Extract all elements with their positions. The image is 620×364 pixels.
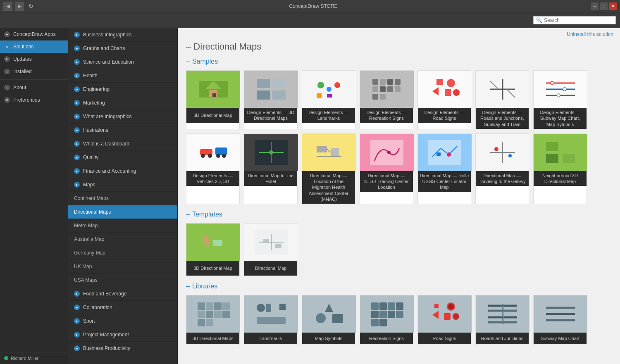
submenu-sub-continent[interactable]: Continent Maps bbox=[68, 192, 177, 205]
refresh-button[interactable]: ↻ bbox=[26, 2, 36, 11]
svg-rect-96 bbox=[388, 302, 395, 310]
submenu-item-science[interactable]: ► Science and Education bbox=[68, 55, 177, 69]
svg-rect-12 bbox=[327, 94, 332, 98]
sidebar-label-solutions: Solutions bbox=[13, 44, 33, 50]
submenu-sub-uk[interactable]: UK Map bbox=[68, 260, 177, 274]
search-box[interactable]: 🔍 bbox=[533, 16, 616, 24]
svg-marker-25 bbox=[432, 87, 439, 95]
sidebar-item-solutions[interactable]: ● Solutions bbox=[0, 40, 68, 53]
minimize-button[interactable]: – bbox=[591, 2, 599, 10]
close-button[interactable]: ✕ bbox=[609, 2, 617, 10]
sidebar-item-updates[interactable]: ↻ Updates bbox=[0, 53, 68, 65]
submenu-item-maps[interactable]: ► Maps bbox=[68, 178, 177, 192]
lib-item-map-symbols[interactable]: Map Symbols bbox=[302, 295, 355, 345]
template-item-3d[interactable]: 3D Directional Map bbox=[186, 223, 240, 276]
installed-icon: ↓ bbox=[4, 69, 10, 74]
sample-item-neighborhood[interactable]: Neighborhood 3D Directional Map bbox=[533, 133, 587, 204]
svg-rect-57 bbox=[428, 140, 461, 165]
bullet-icon: ► bbox=[74, 182, 80, 188]
lib-item-landmarks[interactable]: Landmarks bbox=[244, 295, 298, 345]
svg-point-62 bbox=[494, 147, 498, 151]
sample-label: Directional Map — Rolla USGS Center Loca… bbox=[418, 171, 471, 192]
lib-item-roads-junctions[interactable]: Roads and Junctions bbox=[475, 295, 529, 345]
svg-rect-41 bbox=[215, 148, 227, 155]
submenu-sub-germany[interactable]: Germany Map bbox=[68, 246, 177, 260]
template-label: Directional Map bbox=[244, 261, 297, 276]
submenu-sub-usa[interactable]: USA Maps bbox=[68, 274, 177, 287]
submenu-item-health[interactable]: ► Health bbox=[68, 69, 177, 83]
sample-label: Design Elements — Subway Map Chart, Map … bbox=[534, 108, 587, 129]
submenu-item-project[interactable]: ► Project Management bbox=[68, 328, 177, 342]
content-header: Uninstall this solution bbox=[178, 28, 620, 37]
search-input[interactable] bbox=[544, 17, 610, 23]
sample-item-de-3d[interactable]: Design Elements — 3D Directional Maps bbox=[244, 70, 298, 129]
svg-rect-20 bbox=[395, 86, 401, 92]
lib-thumb bbox=[534, 295, 587, 333]
svg-rect-80 bbox=[222, 302, 230, 310]
submenu-item-business-infographics[interactable]: ► Business Infographics bbox=[68, 28, 177, 42]
submenu-item-engineering[interactable]: ► Engineering bbox=[68, 83, 177, 96]
submenu-item-finance[interactable]: ► Finance and Accounting bbox=[68, 164, 177, 178]
lib-item-road-signs[interactable]: Road Signs bbox=[417, 295, 471, 345]
sample-item-gallery[interactable]: Directional Map — Traveling to the Galle… bbox=[475, 133, 529, 204]
lib-thumb bbox=[186, 295, 240, 333]
template-item-directional[interactable]: Directional Map bbox=[244, 223, 298, 276]
svg-rect-17 bbox=[372, 86, 378, 92]
sample-thumb bbox=[476, 134, 529, 171]
submenu-item-sport[interactable]: ► Sport bbox=[68, 314, 177, 328]
submenu-item-quality[interactable]: ► Quality bbox=[68, 151, 177, 164]
window-controls[interactable]: – □ ✕ bbox=[591, 2, 617, 10]
sample-label: Design Elements — Roads and Junctions, S… bbox=[476, 108, 529, 129]
submenu-item-marketing[interactable]: ► Marketing bbox=[68, 96, 177, 110]
sample-item-de-landmarks[interactable]: Design Elements — Landmarks bbox=[302, 70, 355, 129]
submenu-sub-metro[interactable]: Metro Map bbox=[68, 219, 177, 233]
sample-item-de-recreation[interactable]: Design Elements — Recreation Signs bbox=[360, 70, 413, 129]
svg-rect-84 bbox=[222, 311, 230, 318]
back-button[interactable]: ◀ bbox=[3, 2, 12, 11]
svg-marker-89 bbox=[279, 304, 286, 310]
submenu-sub-australia[interactable]: Australia Map bbox=[68, 233, 177, 246]
sample-label: Neighborhood 3D Directional Map bbox=[534, 171, 587, 186]
svg-point-40 bbox=[208, 154, 212, 158]
uninstall-link[interactable]: Uninstall this solution bbox=[567, 31, 613, 37]
lib-item-subway-map[interactable]: Subway Map Chart bbox=[533, 295, 587, 345]
submenu-item-graphs-charts[interactable]: ► Graphs and Charts bbox=[68, 42, 177, 55]
lib-item-recreation-signs[interactable]: Recreation Signs bbox=[360, 295, 413, 345]
user-status-dot bbox=[4, 356, 8, 360]
submenu-item-food[interactable]: ► Food and Beverage bbox=[68, 287, 177, 301]
sample-item-3d-directional[interactable]: 3D Directional Map bbox=[186, 70, 240, 129]
submenu-item-illustrations[interactable]: ► Illustrations bbox=[68, 124, 177, 137]
sample-item-de-road-signs[interactable]: Design Elements — Road Signs bbox=[417, 70, 471, 129]
restore-button[interactable]: □ bbox=[600, 2, 608, 10]
sidebar-item-conceptdraw-apps[interactable]: ● ConceptDraw Apps bbox=[0, 28, 68, 40]
svg-rect-11 bbox=[317, 93, 322, 98]
submenu: ► Business Infographics ► Graphs and Cha… bbox=[68, 28, 178, 364]
content-area: Uninstall this solution – Directional Ma… bbox=[178, 28, 620, 364]
sidebar-item-about[interactable]: i About bbox=[0, 81, 68, 94]
sample-item-mhac[interactable]: Directional Map — Location of the Migrat… bbox=[302, 133, 355, 204]
lib-item-3d-directional[interactable]: 3D Directional Maps bbox=[186, 295, 240, 345]
svg-rect-52 bbox=[331, 148, 339, 157]
sample-item-hotel[interactable]: Directional Map for the Hotel bbox=[244, 133, 298, 204]
template-label: 3D Directional Map bbox=[186, 261, 239, 276]
sidebar-item-installed[interactable]: ↓ Installed bbox=[0, 65, 68, 78]
svg-point-43 bbox=[222, 154, 226, 158]
submenu-sub-directional[interactable]: Directional Maps bbox=[68, 205, 177, 219]
sidebar-item-preferences[interactable]: ⚙ Preferences bbox=[0, 94, 68, 106]
sample-item-ntsb[interactable]: Directional Map — NTSB Training Center L… bbox=[360, 133, 413, 204]
submenu-item-productivity[interactable]: ► Business Productivity bbox=[68, 342, 177, 355]
template-thumb bbox=[186, 224, 240, 261]
submenu-item-what-infographics[interactable]: ► What are Infographics bbox=[68, 110, 177, 124]
submenu-item-dashboard[interactable]: ► What is a Dashboard bbox=[68, 137, 177, 151]
svg-point-27 bbox=[453, 89, 460, 96]
sample-item-de-vehicles[interactable]: Design Elements — Vehicles 2D, 3D bbox=[186, 133, 240, 204]
titlebar-nav[interactable]: ◀ ▶ ↻ bbox=[3, 2, 36, 11]
svg-point-106 bbox=[448, 304, 454, 309]
search-icon: 🔍 bbox=[536, 17, 542, 23]
bullet-icon: ► bbox=[74, 318, 80, 324]
submenu-item-collaboration[interactable]: ► Collaboration bbox=[68, 301, 177, 314]
sample-item-rolla[interactable]: Directional Map — Rolla USGS Center Loca… bbox=[417, 133, 471, 204]
forward-button[interactable]: ▶ bbox=[15, 2, 24, 11]
sample-item-de-subway[interactable]: Design Elements — Subway Map Chart, Map … bbox=[533, 70, 587, 129]
sample-item-de-roads-junctions[interactable]: Design Elements — Roads and Junctions, S… bbox=[475, 70, 529, 129]
